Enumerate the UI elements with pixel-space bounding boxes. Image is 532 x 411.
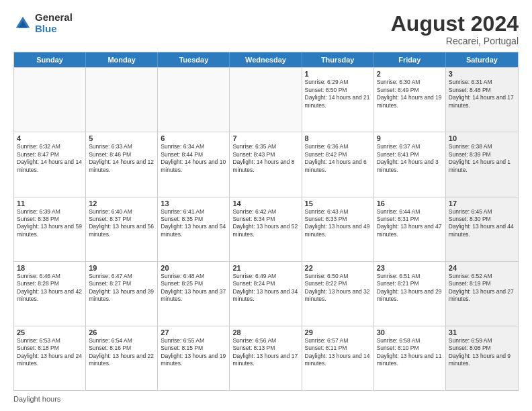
calendar-cell: 4Sunrise: 6:32 AMSunset: 8:47 PMDaylight…: [14, 132, 86, 196]
cell-info: Sunrise: 6:48 AMSunset: 8:25 PMDaylight:…: [161, 273, 226, 304]
calendar-cell: [86, 68, 158, 132]
calendar-cell: [230, 68, 302, 132]
calendar-cell: 24Sunrise: 6:52 AMSunset: 8:19 PMDayligh…: [446, 262, 518, 326]
calendar-cell: 10Sunrise: 6:38 AMSunset: 8:39 PMDayligh…: [446, 132, 518, 196]
cell-info: Sunrise: 6:31 AMSunset: 8:48 PMDaylight:…: [449, 79, 515, 109]
cal-header-day: Friday: [374, 52, 446, 67]
cal-header-day: Monday: [86, 52, 158, 67]
day-number: 25: [17, 328, 83, 336]
calendar-row: 18Sunrise: 6:46 AMSunset: 8:28 PMDayligh…: [14, 261, 518, 326]
day-number: 3: [449, 70, 515, 78]
cell-info: Sunrise: 6:32 AMSunset: 8:47 PMDaylight:…: [17, 143, 83, 174]
logo-text: General Blue: [35, 12, 73, 34]
day-number: 1: [305, 70, 371, 78]
cell-info: Sunrise: 6:37 AMSunset: 8:41 PMDaylight:…: [377, 143, 443, 174]
calendar-cell: 3Sunrise: 6:31 AMSunset: 8:48 PMDaylight…: [446, 68, 518, 132]
calendar-cell: 16Sunrise: 6:44 AMSunset: 8:31 PMDayligh…: [374, 197, 446, 261]
cell-info: Sunrise: 6:41 AMSunset: 8:35 PMDaylight:…: [161, 208, 226, 239]
cell-info: Sunrise: 6:30 AMSunset: 8:49 PMDaylight:…: [377, 79, 443, 109]
calendar-cell: 14Sunrise: 6:42 AMSunset: 8:34 PMDayligh…: [230, 197, 302, 261]
day-number: 31: [449, 328, 515, 336]
page: General Blue August 2024 Recarei, Portug…: [0, 0, 532, 411]
day-number: 12: [89, 199, 154, 208]
calendar-body: 1Sunrise: 6:29 AMSunset: 8:50 PMDaylight…: [14, 67, 518, 390]
calendar-cell: 13Sunrise: 6:41 AMSunset: 8:35 PMDayligh…: [158, 197, 230, 261]
day-number: 7: [232, 134, 298, 142]
title-block: August 2024 Recarei, Portugal: [391, 12, 519, 46]
cell-info: Sunrise: 6:55 AMSunset: 8:15 PMDaylight:…: [161, 337, 226, 368]
day-number: 10: [449, 134, 515, 142]
cell-info: Sunrise: 6:56 AMSunset: 8:13 PMDaylight:…: [232, 337, 298, 368]
day-number: 28: [232, 328, 298, 336]
day-number: 21: [232, 264, 298, 272]
calendar-cell: 27Sunrise: 6:55 AMSunset: 8:15 PMDayligh…: [158, 326, 230, 390]
cell-info: Sunrise: 6:51 AMSunset: 8:21 PMDaylight:…: [377, 273, 443, 304]
calendar-cell: 9Sunrise: 6:37 AMSunset: 8:41 PMDaylight…: [374, 132, 446, 196]
calendar-cell: 28Sunrise: 6:56 AMSunset: 8:13 PMDayligh…: [230, 326, 302, 390]
cell-info: Sunrise: 6:53 AMSunset: 8:18 PMDaylight:…: [17, 337, 83, 368]
calendar-cell: 6Sunrise: 6:34 AMSunset: 8:44 PMDaylight…: [158, 132, 230, 196]
cell-info: Sunrise: 6:42 AMSunset: 8:34 PMDaylight:…: [232, 208, 298, 239]
calendar-cell: 18Sunrise: 6:46 AMSunset: 8:28 PMDayligh…: [14, 262, 86, 326]
calendar-cell: 31Sunrise: 6:59 AMSunset: 8:08 PMDayligh…: [446, 326, 518, 390]
cell-info: Sunrise: 6:29 AMSunset: 8:50 PMDaylight:…: [305, 79, 371, 109]
calendar-cell: 11Sunrise: 6:39 AMSunset: 8:38 PMDayligh…: [14, 197, 86, 261]
cell-info: Sunrise: 6:50 AMSunset: 8:22 PMDaylight:…: [305, 273, 371, 304]
calendar-cell: 21Sunrise: 6:49 AMSunset: 8:24 PMDayligh…: [230, 262, 302, 326]
calendar-cell: 8Sunrise: 6:36 AMSunset: 8:42 PMDaylight…: [302, 132, 374, 196]
day-number: 26: [89, 328, 154, 336]
calendar-cell: 30Sunrise: 6:58 AMSunset: 8:10 PMDayligh…: [374, 326, 446, 390]
calendar-cell: 26Sunrise: 6:54 AMSunset: 8:16 PMDayligh…: [86, 326, 158, 390]
cell-info: Sunrise: 6:57 AMSunset: 8:11 PMDaylight:…: [305, 337, 371, 368]
footer: Daylight hours: [13, 395, 519, 403]
cell-info: Sunrise: 6:35 AMSunset: 8:43 PMDaylight:…: [232, 143, 298, 174]
calendar-cell: 23Sunrise: 6:51 AMSunset: 8:21 PMDayligh…: [374, 262, 446, 326]
day-number: 5: [89, 134, 154, 142]
calendar-header: SundayMondayTuesdayWednesdayThursdayFrid…: [14, 52, 518, 67]
cell-info: Sunrise: 6:44 AMSunset: 8:31 PMDaylight:…: [377, 208, 443, 239]
calendar-cell: 20Sunrise: 6:48 AMSunset: 8:25 PMDayligh…: [158, 262, 230, 326]
cell-info: Sunrise: 6:58 AMSunset: 8:10 PMDaylight:…: [377, 337, 443, 368]
calendar-cell: 5Sunrise: 6:33 AMSunset: 8:46 PMDaylight…: [86, 132, 158, 196]
calendar-row: 1Sunrise: 6:29 AMSunset: 8:50 PMDaylight…: [14, 67, 518, 132]
calendar-cell: 12Sunrise: 6:40 AMSunset: 8:37 PMDayligh…: [86, 197, 158, 261]
cell-info: Sunrise: 6:40 AMSunset: 8:37 PMDaylight:…: [89, 208, 154, 239]
logo-blue-text: Blue: [35, 24, 73, 35]
calendar-row: 4Sunrise: 6:32 AMSunset: 8:47 PMDaylight…: [14, 132, 518, 196]
cell-info: Sunrise: 6:33 AMSunset: 8:46 PMDaylight:…: [89, 143, 154, 174]
calendar-row: 11Sunrise: 6:39 AMSunset: 8:38 PMDayligh…: [14, 197, 518, 261]
cell-info: Sunrise: 6:49 AMSunset: 8:24 PMDaylight:…: [232, 273, 298, 304]
cell-info: Sunrise: 6:52 AMSunset: 8:19 PMDaylight:…: [449, 273, 515, 304]
day-number: 4: [17, 134, 83, 142]
cell-info: Sunrise: 6:59 AMSunset: 8:08 PMDaylight:…: [449, 337, 515, 368]
calendar-cell: 22Sunrise: 6:50 AMSunset: 8:22 PMDayligh…: [302, 262, 374, 326]
day-number: 30: [377, 328, 443, 336]
day-number: 9: [377, 134, 443, 142]
calendar-cell: 17Sunrise: 6:45 AMSunset: 8:30 PMDayligh…: [446, 197, 518, 261]
header: General Blue August 2024 Recarei, Portug…: [13, 12, 519, 46]
day-number: 14: [232, 199, 298, 208]
day-number: 20: [161, 264, 226, 272]
cell-info: Sunrise: 6:43 AMSunset: 8:33 PMDaylight:…: [305, 208, 371, 239]
day-number: 27: [161, 328, 226, 336]
logo: General Blue: [13, 12, 73, 34]
day-number: 11: [17, 199, 83, 208]
day-number: 24: [449, 264, 515, 272]
calendar-cell: 2Sunrise: 6:30 AMSunset: 8:49 PMDaylight…: [374, 68, 446, 132]
day-number: 6: [161, 134, 226, 142]
calendar-row: 25Sunrise: 6:53 AMSunset: 8:18 PMDayligh…: [14, 326, 518, 390]
day-number: 2: [377, 70, 443, 78]
day-number: 22: [305, 264, 371, 272]
calendar-cell: 29Sunrise: 6:57 AMSunset: 8:11 PMDayligh…: [302, 326, 374, 390]
day-number: 29: [305, 328, 371, 336]
cell-info: Sunrise: 6:46 AMSunset: 8:28 PMDaylight:…: [17, 273, 83, 304]
cell-info: Sunrise: 6:47 AMSunset: 8:27 PMDaylight:…: [89, 273, 154, 304]
cell-info: Sunrise: 6:38 AMSunset: 8:39 PMDaylight:…: [449, 143, 515, 174]
month-title: August 2024: [391, 12, 519, 36]
cal-header-day: Saturday: [446, 52, 518, 67]
day-number: 16: [377, 199, 443, 208]
cal-header-day: Sunday: [14, 52, 86, 67]
day-number: 19: [89, 264, 154, 272]
day-number: 17: [449, 199, 515, 208]
calendar-cell: 1Sunrise: 6:29 AMSunset: 8:50 PMDaylight…: [302, 68, 374, 132]
